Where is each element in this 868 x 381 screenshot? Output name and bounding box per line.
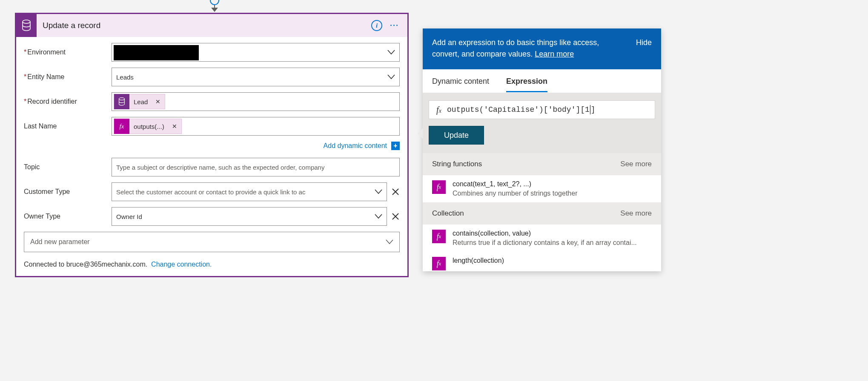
function-concat[interactable]: fx concat(text_1, text_2?, ...) Combines… <box>423 175 661 202</box>
section-head-string: String functions See more <box>423 153 661 175</box>
card-body: *Environment *Entity Name Leads <box>16 37 407 276</box>
card-header[interactable]: Update a record i ··· <box>16 14 407 37</box>
plus-icon[interactable]: + <box>391 142 400 150</box>
see-more-string[interactable]: See more <box>620 160 652 168</box>
label-environment: *Environment <box>24 48 112 56</box>
expression-code: outputs('Capitalise')['body'][1] <box>447 105 653 114</box>
function-concat-desc: Combines any number of strings together <box>453 190 577 197</box>
token-expression-label: outputs(...) <box>134 123 168 130</box>
customer-type-select[interactable]: Select the customer account or contact t… <box>112 182 387 201</box>
customer-type-placeholder: Select the customer account or contact t… <box>116 188 305 196</box>
function-length[interactable]: fx length(collection) <box>423 252 661 271</box>
chevron-down-icon <box>375 213 382 220</box>
clear-owner-type-icon[interactable] <box>391 212 400 221</box>
tab-dynamic-content[interactable]: Dynamic content <box>432 77 489 92</box>
svg-point-0 <box>23 20 30 23</box>
info-icon[interactable]: i <box>371 20 382 31</box>
record-id-input[interactable]: Lead ✕ <box>112 92 400 111</box>
entity-value: Leads <box>116 74 134 81</box>
fx-icon: fx <box>114 119 129 134</box>
function-concat-sig: concat(text_1, text_2?, ...) <box>453 180 577 188</box>
panel-intro-text: Add an expression to do basic things lik… <box>432 38 599 58</box>
panel-tabs: Dynamic content Expression <box>423 69 661 93</box>
svg-point-1 <box>119 98 125 100</box>
topic-input[interactable]: Type a subject or descriptive name, such… <box>112 158 400 176</box>
fx-icon: fx <box>432 257 446 270</box>
token-expression[interactable]: fx outputs(...) ✕ <box>114 119 182 134</box>
label-record-id: *Record identifier <box>24 98 112 105</box>
token-remove-icon[interactable]: ✕ <box>168 123 181 130</box>
label-topic: Topic <box>24 163 112 171</box>
expression-input[interactable]: fx outputs('Capitalise')['body'][1] <box>429 100 655 119</box>
chevron-down-icon <box>375 188 382 196</box>
expression-editor-area: fx outputs('Capitalise')['body'][1] Upda… <box>423 93 661 153</box>
token-lead-label: Lead <box>134 98 151 105</box>
learn-more-link[interactable]: Learn more <box>535 50 574 58</box>
flow-connector-arrow <box>210 0 219 12</box>
token-remove-icon[interactable]: ✕ <box>151 98 165 105</box>
chevron-down-icon <box>386 238 393 246</box>
chevron-down-icon <box>387 48 395 56</box>
function-contains[interactable]: fx contains(collection, value) Returns t… <box>423 225 661 252</box>
see-more-collection[interactable]: See more <box>620 209 652 218</box>
change-connection-link[interactable]: Change connection. <box>151 261 212 268</box>
panel-header: Add an expression to do basic things lik… <box>423 28 661 69</box>
entity-select[interactable]: Leads <box>112 68 400 86</box>
fx-icon: fx <box>432 180 446 194</box>
function-contains-sig: contains(collection, value) <box>453 230 637 237</box>
last-name-input[interactable]: fx outputs(...) ✕ <box>112 117 400 136</box>
add-parameter-placeholder: Add new parameter <box>30 238 90 246</box>
fx-icon: fx <box>431 105 447 115</box>
section-head-collection: Collection See more <box>423 202 661 225</box>
owner-type-select[interactable]: Owner Id <box>112 207 387 226</box>
chevron-down-icon <box>387 73 395 81</box>
connection-info: Connected to bruce@365mechanix.com. Chan… <box>24 261 400 268</box>
function-contains-desc: Returns true if a dictionary contains a … <box>453 239 637 247</box>
update-button[interactable]: Update <box>429 126 484 145</box>
owner-type-value: Owner Id <box>116 213 142 220</box>
label-owner-type: Owner Type <box>24 213 112 220</box>
card-title: Update a record <box>37 21 371 30</box>
callout-arrow-icon <box>418 128 423 139</box>
tab-expression[interactable]: Expression <box>506 77 547 92</box>
add-parameter-select[interactable]: Add new parameter <box>24 232 400 252</box>
hide-panel-button[interactable]: Hide <box>636 37 652 48</box>
section-title-string: String functions <box>432 160 482 168</box>
function-length-sig: length(collection) <box>453 257 504 264</box>
label-entity: *Entity Name <box>24 73 112 81</box>
expression-panel: Add an expression to do basic things lik… <box>423 28 661 271</box>
more-menu-icon[interactable]: ··· <box>390 21 399 30</box>
database-icon <box>114 94 129 109</box>
environment-select[interactable] <box>112 43 400 62</box>
section-title-collection: Collection <box>432 209 464 218</box>
label-last-name: Last Name <box>24 122 112 130</box>
token-lead[interactable]: Lead ✕ <box>114 94 165 109</box>
fx-icon: fx <box>432 230 446 243</box>
add-dynamic-content-link[interactable]: Add dynamic content <box>324 142 387 150</box>
topic-placeholder: Type a subject or descriptive name, such… <box>116 164 324 171</box>
clear-customer-type-icon[interactable] <box>391 188 400 196</box>
label-customer-type: Customer Type <box>24 188 112 196</box>
update-record-card: Update a record i ··· *Environment *Enti… <box>15 13 409 277</box>
connector-database-icon <box>16 14 37 37</box>
